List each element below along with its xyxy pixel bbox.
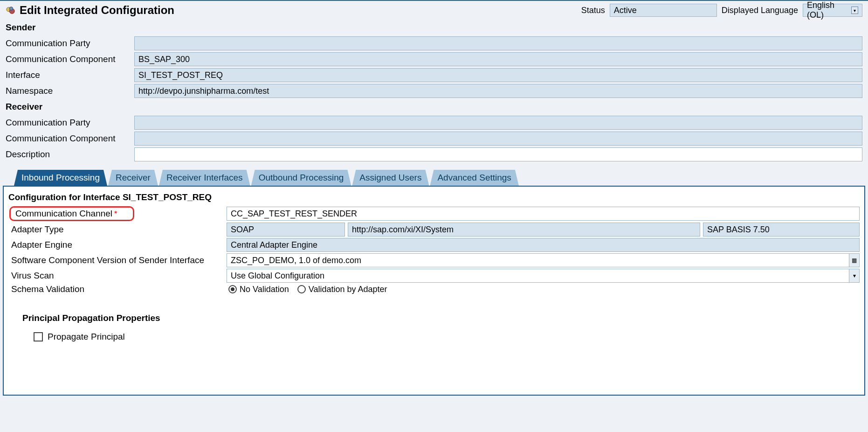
receiver-component-label: Communication Component — [6, 133, 131, 144]
description-field[interactable] — [134, 147, 862, 161]
svg-point-2 — [9, 7, 13, 10]
tab-advanced-settings[interactable]: Advanced Settings — [430, 170, 518, 186]
swcv-field[interactable] — [227, 253, 849, 267]
page-title: Edit Integrated Configuration — [20, 4, 174, 17]
tab-inbound-processing[interactable]: Inbound Processing — [14, 170, 107, 186]
edit-config-icon — [6, 5, 16, 15]
status-value: Active — [610, 4, 717, 17]
propagation-heading: Principal Propagation Properties — [22, 313, 860, 323]
adapter-type-name: SOAP — [227, 223, 345, 237]
adapter-engine-value: Central Adapter Engine — [227, 238, 860, 252]
virus-scan-field[interactable] — [227, 269, 849, 283]
status-label: Status — [581, 6, 605, 15]
sender-namespace-field[interactable] — [134, 84, 862, 98]
language-selector[interactable]: English (OL) ▾ — [803, 4, 862, 17]
sender-namespace-label: Namespace — [6, 86, 131, 96]
dropdown-icon: ▾ — [853, 272, 856, 279]
propagate-principal-label: Propagate Principal — [48, 332, 125, 342]
dropdown-icon: ▾ — [851, 7, 858, 14]
tab-receiver-interfaces[interactable]: Receiver Interfaces — [159, 170, 250, 186]
radio-icon — [297, 285, 306, 293]
swcv-label: Software Component Version of Sender Int… — [8, 255, 224, 265]
sender-component-label: Communication Component — [6, 54, 131, 64]
required-star: * — [114, 210, 117, 218]
sender-heading: Sender — [6, 21, 862, 35]
swcv-value-help-button[interactable]: ▦ — [849, 253, 860, 267]
receiver-heading: Receiver — [6, 100, 862, 114]
propagate-principal-checkbox[interactable] — [34, 332, 43, 341]
sender-interface-label: Interface — [6, 70, 131, 80]
adapter-type-swcv: SAP BASIS 7.50 — [703, 223, 860, 237]
receiver-party-label: Communication Party — [6, 118, 131, 128]
adapter-type-label: Adapter Type — [8, 224, 224, 235]
tab-outbound-processing[interactable]: Outbound Processing — [251, 170, 351, 186]
tab-receiver[interactable]: Receiver — [108, 170, 158, 186]
language-label: Displayed Language — [722, 6, 798, 15]
radio-icon — [228, 285, 237, 293]
language-value: English (OL) — [807, 0, 851, 20]
sender-party-label: Communication Party — [6, 38, 131, 49]
value-help-icon: ▦ — [852, 257, 857, 264]
adapter-engine-label: Adapter Engine — [8, 240, 224, 250]
config-heading: Configuration for Interface SI_TEST_POST… — [8, 192, 860, 202]
receiver-component-field[interactable] — [134, 132, 862, 146]
comm-channel-label: Communication Channel * — [9, 206, 134, 221]
sender-interface-field[interactable] — [134, 68, 862, 82]
sender-party-field[interactable] — [134, 36, 862, 50]
schema-validation-label: Schema Validation — [8, 284, 224, 294]
adapter-type-namespace: http://sap.com/xi/XI/System — [348, 223, 700, 237]
tab-content: Configuration for Interface SI_TEST_POST… — [3, 186, 865, 396]
virus-scan-label: Virus Scan — [8, 271, 224, 281]
radio-validation-by-adapter[interactable]: Validation by Adapter — [297, 285, 387, 294]
receiver-party-field[interactable] — [134, 116, 862, 130]
sender-component-field[interactable] — [134, 52, 862, 66]
description-label: Description — [6, 149, 131, 160]
radio-no-validation[interactable]: No Validation — [228, 285, 289, 294]
tab-assigned-users[interactable]: Assigned Users — [352, 170, 429, 186]
virus-scan-dropdown-button[interactable]: ▾ — [849, 269, 860, 283]
comm-channel-field[interactable] — [227, 207, 860, 221]
